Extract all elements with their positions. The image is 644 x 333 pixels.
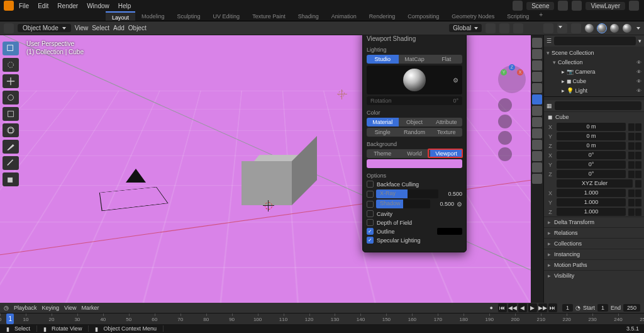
camera-view-icon[interactable]	[498, 131, 512, 145]
proportional-icon[interactable]	[513, 23, 523, 33]
frame-end[interactable]: 250	[623, 304, 640, 312]
jump-start-icon[interactable]: ⏮	[498, 303, 507, 312]
shading-matprev-icon[interactable]	[610, 24, 619, 33]
prop-viewlayer-icon[interactable]	[532, 60, 542, 71]
shading-wireframe-icon[interactable]	[585, 24, 594, 33]
color-attribute[interactable]: Attribute	[430, 118, 462, 127]
tl-marker[interactable]: Marker	[81, 305, 99, 311]
shading-dropdown-arrow[interactable]	[636, 27, 640, 30]
location-y[interactable]: Y0 m	[544, 132, 644, 141]
scene-name-field[interactable]: Scene	[526, 2, 554, 10]
location-x[interactable]: X0 m	[544, 122, 644, 132]
overlay-icon[interactable]	[557, 23, 567, 33]
hdr-view[interactable]: View	[75, 25, 89, 31]
ws-tab-animation[interactable]: Animation	[325, 11, 363, 21]
rotation-y[interactable]: Y0°	[544, 160, 644, 169]
ws-add-button[interactable]: +	[535, 11, 547, 21]
ws-tab-layout[interactable]: Layout	[106, 11, 135, 21]
light-object[interactable]	[338, 91, 345, 97]
play-icon[interactable]: ▶	[528, 303, 537, 312]
prop-render-icon[interactable]	[532, 38, 542, 48]
prop-material-icon[interactable]	[532, 162, 542, 172]
timeline-icon[interactable]: ◷	[4, 305, 9, 311]
tool-scale[interactable]	[3, 107, 19, 121]
orbit-gizmo[interactable]: ZXY	[498, 65, 526, 93]
editor-type-icon[interactable]	[4, 23, 14, 33]
outliner-camera[interactable]: ▸ 📷Camera	[547, 67, 641, 76]
prop-modifier-icon[interactable]	[532, 106, 542, 116]
prop-section-visibility[interactable]: ▸ Visibility	[544, 270, 644, 281]
tl-keying[interactable]: Keying	[42, 305, 60, 311]
hdr-add[interactable]: Add	[113, 25, 125, 31]
ws-tab-sculpting[interactable]: Sculpting	[171, 11, 207, 21]
opt-cavity[interactable]: Cavity	[367, 210, 462, 217]
scale-x[interactable]: X1.000	[544, 188, 644, 198]
prop-world-icon[interactable]	[532, 83, 542, 93]
scene-new-icon[interactable]	[558, 1, 568, 11]
tl-view[interactable]: View	[64, 305, 76, 311]
lighting-flat[interactable]: Flat	[430, 55, 462, 64]
tool-transform[interactable]	[3, 123, 19, 137]
outliner-scene-collection[interactable]: ▾Scene Collection	[547, 48, 641, 57]
persp-ortho-icon[interactable]	[498, 147, 512, 161]
shadow-settings-icon[interactable]: ⚙	[457, 201, 462, 208]
clock-icon[interactable]: ◔	[575, 305, 580, 311]
pan-gizmo-icon[interactable]	[498, 115, 512, 128]
frame-current[interactable]: 1	[562, 304, 573, 312]
prop-particle-icon[interactable]	[532, 117, 542, 127]
lighting-studio[interactable]: Studio	[367, 55, 399, 64]
ws-tab-scripting[interactable]: Scripting	[501, 11, 535, 21]
outliner-collection[interactable]: ▾Collection	[547, 57, 641, 67]
prop-physics-icon[interactable]	[532, 128, 542, 138]
viewlayer-name-field[interactable]: ViewLayer	[586, 2, 625, 10]
color-object[interactable]: Object	[399, 118, 431, 127]
outliner-light[interactable]: ▸ 💡Light	[547, 86, 641, 95]
tool-select-box[interactable]	[3, 42, 19, 55]
outliner-filter-icon[interactable]: ▾	[638, 38, 641, 44]
opt-outline[interactable]: Outline	[367, 228, 462, 235]
lighting-matcap[interactable]: MatCap	[399, 55, 431, 64]
rot-mode[interactable]: XYZ Euler	[544, 179, 644, 188]
hdr-object[interactable]: Object	[128, 25, 147, 31]
timeline-track[interactable]: 1 01020304050607080901001101201301401501…	[0, 313, 644, 324]
hdr-select[interactable]: Select	[92, 25, 109, 31]
prop-constraint-icon[interactable]	[532, 140, 542, 150]
prev-key-icon[interactable]: ◀◀	[508, 303, 517, 312]
opt-specular[interactable]: Specular Lighting	[367, 237, 462, 244]
menu-render[interactable]: Render	[57, 3, 78, 9]
color-texture[interactable]: Texture	[430, 128, 462, 137]
playhead[interactable]: 1	[6, 313, 14, 324]
camera-object[interactable]	[101, 180, 164, 215]
prop-section-instancing[interactable]: ▸ Instancing	[544, 249, 644, 259]
outliner-icon[interactable]: ☰	[547, 38, 552, 44]
next-key-icon[interactable]: ▶▶	[538, 303, 547, 312]
rotation-x[interactable]: X0°	[544, 150, 644, 160]
menu-help[interactable]: Help	[118, 3, 131, 9]
prop-section-relations[interactable]: ▸ Relations	[544, 227, 644, 238]
xray-toggle-icon[interactable]	[571, 23, 581, 33]
color-random[interactable]: Random	[399, 128, 431, 137]
outline-color-swatch[interactable]	[437, 228, 462, 235]
snap-icon[interactable]	[499, 23, 509, 33]
studio-light-preview[interactable]: ⚙	[367, 65, 462, 94]
3d-viewport[interactable]: User Perspective (1) Collection | Cube	[0, 35, 531, 303]
color-single[interactable]: Single	[367, 128, 399, 137]
scene-browse-icon[interactable]	[513, 1, 523, 11]
shading-solid-icon[interactable]	[597, 24, 606, 33]
tool-move[interactable]	[3, 74, 19, 88]
ws-tab-modeling[interactable]: Modeling	[135, 11, 171, 21]
prop-output-icon[interactable]	[532, 49, 542, 59]
pivot-icon[interactable]	[486, 23, 496, 33]
shading-rendered-icon[interactable]	[623, 24, 631, 33]
gizmo-toggle-icon[interactable]	[543, 23, 553, 33]
bg-world[interactable]: World	[399, 149, 431, 158]
tool-rotate[interactable]	[3, 91, 19, 104]
prop-editor-icon[interactable]: ▦	[547, 103, 552, 109]
tool-add-cube[interactable]	[3, 172, 19, 186]
prop-section-collections[interactable]: ▸ Collections	[544, 238, 644, 249]
outliner-cube[interactable]: ▸ ◼Cube	[547, 76, 641, 86]
ws-tab-shading[interactable]: Shading	[292, 11, 325, 21]
opt-dof[interactable]: Depth of Field	[367, 219, 462, 226]
prop-texture-icon[interactable]	[532, 174, 542, 184]
ws-tab-rendering[interactable]: Rendering	[363, 11, 402, 21]
